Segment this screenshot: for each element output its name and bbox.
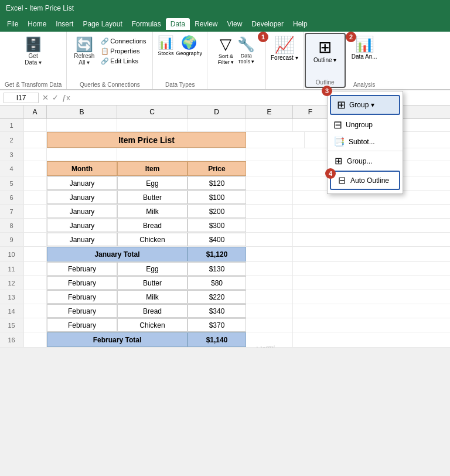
- cell[interactable]: Butter: [117, 191, 188, 204]
- cell[interactable]: [246, 318, 293, 332]
- title-cell[interactable]: Item Price List: [47, 132, 246, 148]
- cell[interactable]: February: [47, 304, 117, 318]
- cell-3a[interactable]: [23, 148, 47, 161]
- tab-help[interactable]: Help: [288, 18, 312, 30]
- subtotal-button[interactable]: 📑 Subtot...: [328, 134, 403, 149]
- cell[interactable]: $300: [188, 219, 246, 232]
- cell[interactable]: [23, 262, 47, 276]
- tab-developer[interactable]: Developer: [247, 18, 288, 30]
- cell[interactable]: [23, 276, 47, 290]
- get-data-button[interactable]: 🗄️ GetData ▾: [22, 35, 45, 67]
- tab-file[interactable]: File: [2, 18, 23, 30]
- data-tools-button[interactable]: 🔧 DataTools ▾: [237, 36, 255, 64]
- cell[interactable]: [23, 290, 47, 304]
- connections-button[interactable]: 🔗 Connections: [99, 37, 148, 46]
- cell-1f[interactable]: [293, 119, 328, 131]
- cell[interactable]: Milk: [117, 205, 188, 218]
- cell[interactable]: $200: [188, 205, 246, 218]
- cell-1e[interactable]: [246, 119, 293, 131]
- cell[interactable]: [246, 247, 293, 261]
- stocks-button[interactable]: 📊 Stocks: [158, 35, 173, 56]
- cell-1b[interactable]: [47, 119, 117, 131]
- tab-view[interactable]: View: [223, 18, 247, 30]
- cell-reference-input[interactable]: [4, 93, 39, 103]
- february-total-value[interactable]: $1,140 exceldemyDATA · DATA · DATA: [188, 332, 246, 347]
- cell[interactable]: [246, 176, 293, 190]
- cell[interactable]: January: [47, 219, 117, 232]
- cell[interactable]: January: [47, 191, 117, 204]
- cell[interactable]: [23, 332, 47, 347]
- auto-outline-button[interactable]: ⊟ Auto Outline: [330, 171, 400, 190]
- cell-3c[interactable]: [117, 148, 188, 161]
- tab-data[interactable]: Data: [166, 18, 190, 30]
- cell[interactable]: [246, 276, 293, 290]
- properties-button[interactable]: 📋 Properties: [99, 47, 148, 56]
- geography-button[interactable]: 🌍 Geography: [176, 35, 202, 56]
- cell[interactable]: $400: [188, 233, 246, 246]
- header-price[interactable]: Price: [188, 161, 246, 176]
- cell[interactable]: Bread: [117, 304, 188, 318]
- cell[interactable]: [246, 290, 293, 304]
- cell[interactable]: February: [47, 276, 117, 290]
- sort-filter-button[interactable]: ▽ Sort &Filter ▾: [218, 35, 234, 65]
- formula-confirm-icon[interactable]: ✓: [52, 93, 59, 102]
- cell[interactable]: [246, 219, 293, 232]
- cell[interactable]: $220: [188, 290, 246, 304]
- january-total-value[interactable]: $1,120: [188, 247, 246, 261]
- cell[interactable]: Egg: [117, 262, 188, 276]
- cell[interactable]: Bread: [117, 219, 188, 232]
- cell-3b[interactable]: [47, 148, 117, 161]
- cell[interactable]: [23, 176, 47, 190]
- header-item[interactable]: Item: [117, 161, 188, 176]
- edit-links-button[interactable]: 🔗 Edit Links: [99, 57, 148, 66]
- formula-cancel-icon[interactable]: ✕: [42, 93, 49, 102]
- ungroup-button[interactable]: ⊟ Ungroup: [328, 116, 403, 134]
- february-total-cell[interactable]: February Total: [47, 332, 188, 347]
- forecast-button[interactable]: 📈 Forecast ▾: [271, 35, 298, 61]
- cell[interactable]: [23, 205, 47, 218]
- cell[interactable]: February: [47, 318, 117, 332]
- cell-4e[interactable]: [246, 161, 293, 176]
- cell[interactable]: February: [47, 290, 117, 304]
- cell[interactable]: [23, 304, 47, 318]
- cell[interactable]: [23, 233, 47, 246]
- header-month[interactable]: Month: [47, 161, 117, 176]
- group-button[interactable]: ⊞ Group ▾: [330, 95, 400, 115]
- cell[interactable]: Chicken: [117, 233, 188, 246]
- cell-3d[interactable]: [188, 148, 246, 161]
- cell[interactable]: January: [47, 233, 117, 246]
- january-total-cell[interactable]: January Total: [47, 247, 188, 261]
- cell[interactable]: January: [47, 176, 117, 190]
- cell[interactable]: January: [47, 205, 117, 218]
- cell[interactable]: [246, 191, 293, 204]
- cell[interactable]: $130: [188, 262, 246, 276]
- cell[interactable]: $80: [188, 276, 246, 290]
- cell[interactable]: [23, 247, 47, 261]
- cell-2e[interactable]: [246, 132, 305, 148]
- tab-review[interactable]: Review: [190, 18, 222, 30]
- tab-home[interactable]: Home: [23, 18, 51, 30]
- group-dots-button[interactable]: ⊞ Group...: [328, 152, 403, 169]
- cell[interactable]: $370: [188, 318, 246, 332]
- cell[interactable]: $120: [188, 176, 246, 190]
- formula-insert-icon[interactable]: ƒx: [62, 93, 70, 102]
- cell[interactable]: [246, 205, 293, 218]
- cell[interactable]: [23, 219, 47, 232]
- cell[interactable]: [23, 191, 47, 204]
- refresh-all-button[interactable]: 🔄 RefreshAll ▾: [71, 35, 97, 67]
- cell[interactable]: [246, 262, 293, 276]
- cell-3e[interactable]: [246, 148, 293, 161]
- cell-3f[interactable]: [293, 148, 328, 161]
- cell[interactable]: [246, 332, 293, 347]
- cell-4f[interactable]: [293, 161, 328, 176]
- cell-1c[interactable]: [117, 119, 188, 131]
- cell[interactable]: Chicken: [117, 318, 188, 332]
- cell[interactable]: [246, 304, 293, 318]
- cell[interactable]: February: [47, 262, 117, 276]
- tab-insert[interactable]: Insert: [51, 18, 78, 30]
- cell[interactable]: Milk: [117, 290, 188, 304]
- tab-page-layout[interactable]: Page Layout: [78, 18, 127, 30]
- cell[interactable]: [23, 318, 47, 332]
- tab-formulas[interactable]: Formulas: [127, 18, 166, 30]
- cell-1d[interactable]: [188, 119, 246, 131]
